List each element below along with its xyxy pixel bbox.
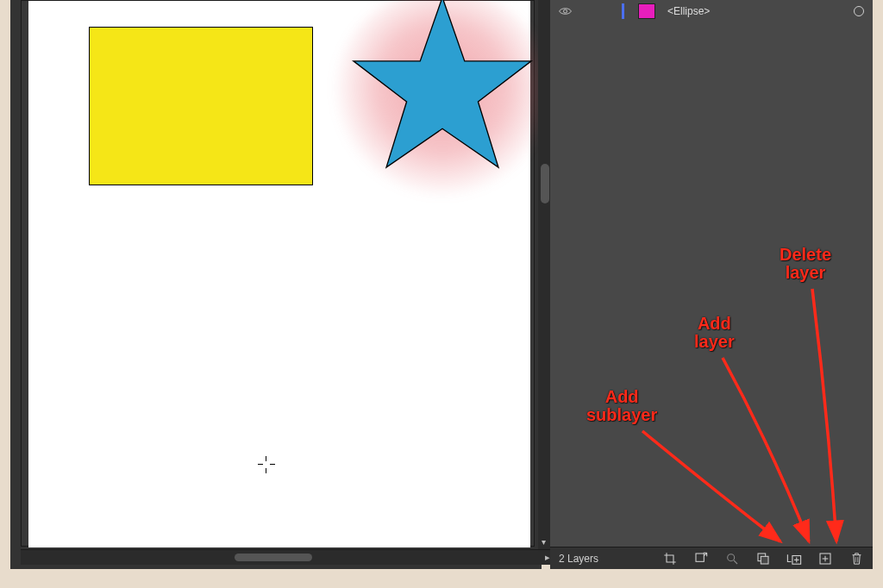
add-sublayer-button[interactable] <box>786 551 802 566</box>
layer-count-label: 2 Layers <box>559 553 598 565</box>
search-icon[interactable] <box>724 551 740 566</box>
rectangle-shape[interactable] <box>89 27 313 185</box>
delete-layer-button[interactable] <box>849 551 864 566</box>
crosshair-cursor <box>258 456 275 473</box>
svg-point-3 <box>728 554 735 560</box>
star-shape[interactable] <box>346 0 539 183</box>
eye-icon[interactable] <box>559 6 572 16</box>
crop-icon[interactable] <box>662 551 678 566</box>
svg-rect-2 <box>696 554 704 561</box>
target-icon[interactable] <box>854 6 864 16</box>
horizontal-scroll-thumb[interactable] <box>235 554 312 561</box>
star-shape-group[interactable] <box>330 0 554 211</box>
layer-name-label[interactable]: <Ellipse> <box>667 5 710 17</box>
svg-rect-6 <box>761 556 768 564</box>
layer-indent-indicator <box>622 3 624 19</box>
layers-panel-footer: 2 Layers <box>550 547 873 569</box>
workspace-area: ▾ ▸ <box>10 0 542 569</box>
horizontal-scrollbar[interactable]: ▸ <box>21 549 555 565</box>
svg-line-4 <box>734 560 737 564</box>
svg-point-1 <box>564 9 567 13</box>
app-frame: ▾ ▸ <Ellipse> 2 Layers <box>0 0 883 588</box>
clipping-mask-icon[interactable] <box>755 551 771 566</box>
layer-row[interactable]: <Ellipse> <box>550 0 873 22</box>
canvas-background <box>21 0 535 547</box>
add-layer-button[interactable] <box>817 551 833 566</box>
svg-marker-0 <box>354 0 531 167</box>
export-icon[interactable] <box>693 551 709 566</box>
scroll-down-icon[interactable]: ▾ <box>542 537 546 547</box>
layers-panel: <Ellipse> 2 Layers <box>550 0 873 569</box>
vertical-scroll-thumb[interactable] <box>541 164 549 203</box>
layer-thumbnail[interactable] <box>638 3 655 19</box>
artboard[interactable] <box>28 1 530 547</box>
